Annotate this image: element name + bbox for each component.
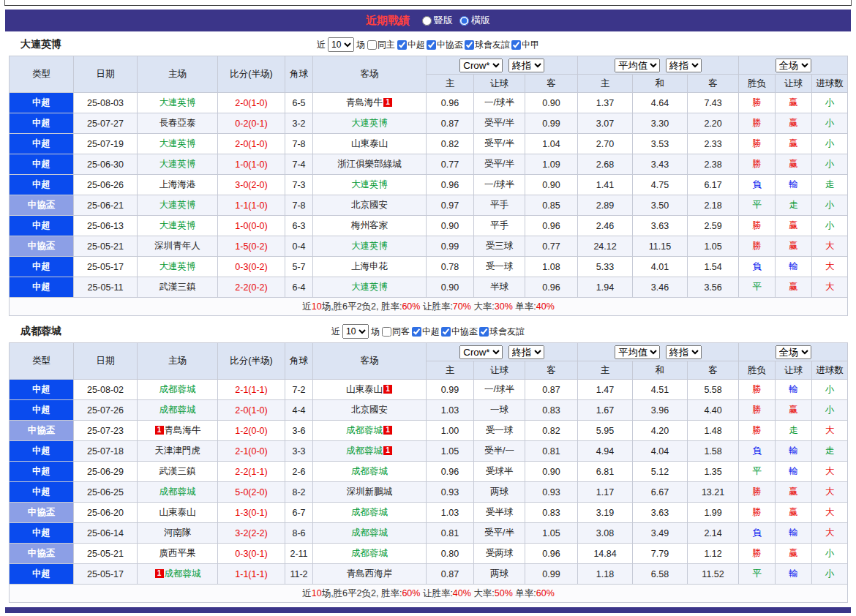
- avg-away-cell: 1.05: [688, 236, 739, 257]
- avg-away-cell: 2.33: [688, 134, 739, 154]
- league-checkbox[interactable]: [479, 327, 489, 337]
- odds-home-cell: 0.90: [427, 216, 474, 236]
- handicap-cell: 受一球: [474, 421, 525, 441]
- score-cell: 1-1(1-1): [218, 564, 285, 585]
- avg-period-select[interactable]: 終指: [666, 345, 702, 359]
- league-checkbox[interactable]: [397, 40, 407, 50]
- result-cell: 負: [739, 523, 776, 544]
- games-label: 场: [371, 326, 380, 338]
- match-type-cell: 中超: [10, 380, 74, 400]
- league-label: 中協盃: [437, 39, 463, 51]
- handicap-cell: 受球半: [474, 462, 525, 482]
- goals-result-cell: 小: [812, 544, 848, 564]
- scope-select[interactable]: 全场: [776, 59, 811, 72]
- odds-away-cell: 0.81: [525, 441, 578, 462]
- red-card-badge: 1: [383, 98, 392, 107]
- team-name: 上海海港: [159, 179, 196, 189]
- score-cell: 2-1(1-1): [218, 380, 285, 400]
- avg-period-select[interactable]: 終指: [666, 59, 702, 72]
- odds-away-cell: 0.99: [525, 113, 578, 134]
- match-type-cell: 中超: [10, 482, 74, 503]
- league-filter-中甲[interactable]: 中甲: [511, 39, 539, 51]
- same-venue-checkbox[interactable]: [367, 40, 377, 50]
- horizontal-radio[interactable]: [459, 16, 469, 26]
- match-date-cell: 25-06-26: [74, 175, 138, 195]
- team-name: 成都蓉城: [159, 384, 196, 394]
- league-checkbox[interactable]: [427, 40, 436, 50]
- col-away: 客场: [313, 343, 427, 380]
- avg-draw-cell: 6.58: [633, 564, 688, 585]
- vertical-radio[interactable]: [422, 16, 432, 26]
- result-cell: 勝: [739, 93, 776, 113]
- avg-home-cell: 3.07: [578, 113, 633, 134]
- col-handicap-result: 让球: [776, 361, 812, 380]
- summary-part: 让胜率:: [420, 301, 452, 312]
- goals-result-cell: 大: [812, 421, 848, 441]
- home-team-cell: 深圳青年人: [138, 236, 218, 257]
- recent-count-select[interactable]: 10: [342, 324, 369, 339]
- red-card-badge: 1: [155, 569, 164, 578]
- same-venue-filter[interactable]: 同主: [367, 39, 395, 51]
- summary-part: 60%: [402, 588, 420, 598]
- match-row: 中超25-05-171成都蓉城1-1(1-1)11-2青島西海岸0.87两球0.…: [10, 564, 848, 585]
- col-home: 主场: [138, 343, 218, 380]
- team-name-heading: 大連英博: [9, 38, 61, 51]
- team-name: 大連英博: [351, 241, 388, 251]
- league-checkbox[interactable]: [511, 40, 521, 50]
- score-cell: 2-0(1-0): [218, 93, 285, 113]
- team-name: 大連英博: [159, 97, 196, 108]
- scope-select[interactable]: 全场: [776, 345, 811, 359]
- recent-count-select[interactable]: 10: [328, 37, 354, 52]
- summary-part: 50%: [495, 588, 513, 598]
- avg-type-select[interactable]: 平均值: [615, 59, 660, 72]
- corner-cell: 6-3: [285, 216, 313, 236]
- result-cell: 負: [739, 257, 776, 277]
- avg-home-cell: 2.68: [578, 154, 633, 175]
- avg-away-cell: 2.14: [688, 523, 739, 544]
- col-avg-draw: 和: [633, 75, 688, 93]
- odds-company-select[interactable]: Crow*: [459, 59, 503, 72]
- summary-part: 场,胜6平2负2, 胜率:: [322, 301, 402, 312]
- handicap-result-cell: 赢: [776, 277, 812, 298]
- result-cell: 勝: [739, 154, 776, 175]
- col-avg-home: 主: [578, 361, 633, 380]
- odds-company-select[interactable]: Crow*: [459, 345, 503, 359]
- handicap-result-cell: 赢: [776, 503, 812, 523]
- same-venue-filter[interactable]: 同客: [382, 326, 410, 338]
- home-team-cell: 山東泰山: [138, 503, 218, 523]
- odds-period-select[interactable]: 終指: [508, 59, 544, 72]
- team-name: 大連英博: [159, 220, 196, 230]
- odds-period-select[interactable]: 終指: [508, 345, 544, 359]
- away-team-cell: 成都蓉城: [313, 523, 427, 544]
- col-odds-handicap: 让球: [474, 75, 525, 93]
- avg-away-cell: 1.54: [688, 257, 739, 277]
- avg-home-cell: 1.17: [578, 482, 633, 503]
- layout-option-vertical[interactable]: 豎版: [422, 14, 453, 27]
- team-name: 大連英博: [159, 200, 196, 210]
- league-checkbox[interactable]: [441, 327, 451, 337]
- handicap-result-cell: 輸: [776, 462, 812, 482]
- home-team-cell: 成都蓉城: [138, 380, 218, 400]
- home-team-cell: 廣西平果: [138, 544, 218, 564]
- team-name: 成都蓉城: [346, 446, 383, 456]
- same-venue-checkbox[interactable]: [382, 327, 391, 337]
- avg-draw-cell: 5.12: [633, 462, 688, 482]
- avg-draw-cell: 4.51: [633, 380, 688, 400]
- league-filter-中協盃[interactable]: 中協盃: [441, 326, 478, 338]
- league-filter-球會友誼[interactable]: 球會友誼: [465, 39, 510, 51]
- layout-option-horizontal[interactable]: 橫版: [459, 14, 490, 27]
- odds-home-cell: 0.99: [427, 236, 474, 257]
- handicap-result-cell: 輸: [776, 564, 812, 585]
- avg-away-cell: 3.56: [688, 277, 739, 298]
- score-cell: 1-3(0-1): [218, 503, 285, 523]
- avg-type-select[interactable]: 平均值: [615, 345, 660, 359]
- handicap-result-cell: 赢: [776, 154, 812, 175]
- match-date-cell: 25-08-03: [74, 93, 138, 113]
- odds-away-cell: 0.96: [525, 277, 578, 298]
- league-checkbox[interactable]: [465, 40, 474, 50]
- league-filter-中協盃[interactable]: 中協盃: [427, 39, 463, 51]
- league-filter-球會友誼[interactable]: 球會友誼: [479, 326, 525, 338]
- league-filter-中超[interactable]: 中超: [397, 39, 425, 51]
- league-checkbox[interactable]: [412, 327, 421, 337]
- league-filter-中超[interactable]: 中超: [412, 326, 440, 338]
